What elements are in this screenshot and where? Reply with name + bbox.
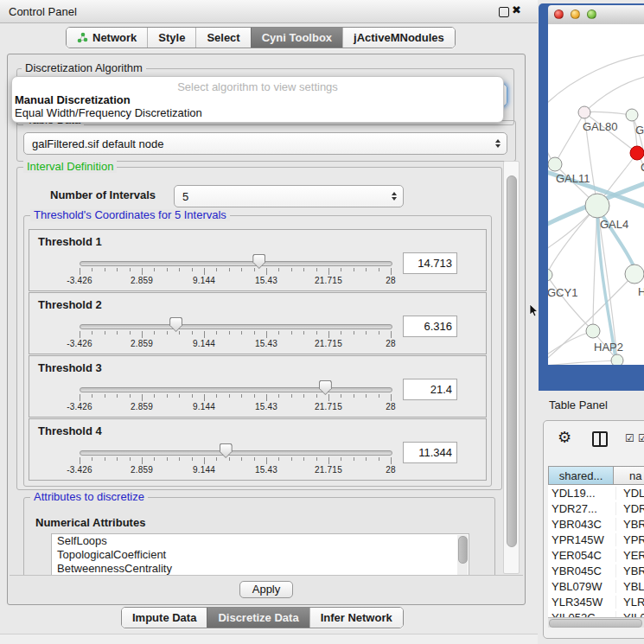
float-panel-icon[interactable]: [499, 7, 509, 17]
tab-impute-data[interactable]: Impute Data: [122, 608, 207, 628]
network-node[interactable]: [611, 354, 623, 365]
tick-mark: [92, 268, 92, 271]
network-node[interactable]: [630, 146, 644, 160]
tab-discretize-data[interactable]: Discretize Data: [207, 608, 309, 628]
slider-thumb[interactable]: [220, 443, 233, 458]
algorithm-option-manual-discretization[interactable]: Manual Discretization: [12, 93, 503, 106]
threshold-label: Threshold 1: [38, 235, 102, 248]
tick-mark: [216, 331, 217, 335]
network-canvas[interactable]: GAL80GACGAL11GAL4GCY1HHAP2: [548, 24, 644, 365]
tab-style[interactable]: Style: [147, 28, 195, 48]
cell-shared-name: YLR345W: [548, 596, 615, 609]
num-intervals-combobox[interactable]: 5: [174, 185, 404, 207]
network-node[interactable]: [625, 265, 644, 284]
table-row[interactable]: YDR27...YDR2: [548, 501, 644, 516]
threshold-value-input[interactable]: [403, 379, 457, 400]
threshold-label: Threshold 4: [38, 424, 102, 437]
top-tab-bar: NetworkStyleSelectCyni ToolboxjActiveMNo…: [66, 27, 456, 48]
column-header-shared-name[interactable]: shared...: [549, 467, 614, 484]
table-row[interactable]: YLR345WYLR3: [548, 594, 644, 609]
slider-track[interactable]: [80, 387, 392, 392]
checkbox-icon[interactable]: ☑: [638, 433, 644, 443]
tick-mark: [92, 457, 92, 461]
num-intervals-label: Number of Intervals: [50, 188, 156, 201]
tick-mark: [142, 394, 143, 401]
tab-label: jActiveMNodules: [354, 31, 444, 44]
table-panel: ⚙ ☑ ☑ shared... na YDL19...YDL1YDR27...Y…: [543, 420, 644, 639]
algorithm-option-equal-width-frequency-discretization[interactable]: Equal Width/Frequency Discretization: [12, 106, 503, 119]
table-row[interactable]: YBL079WYBL0: [548, 578, 644, 594]
tab-jactivemnodules[interactable]: jActiveMNodules: [342, 28, 455, 48]
network-window-frame[interactable]: GAL80GACGAL11GAL4GCY1HHAP2: [539, 3, 644, 391]
tab-network[interactable]: Network: [67, 28, 147, 48]
network-node[interactable]: [578, 106, 590, 118]
network-node[interactable]: [548, 157, 562, 171]
settings-vertical-scrollbar[interactable]: [503, 161, 520, 574]
cell-shared-name: YIL052C: [548, 611, 615, 618]
slider-track[interactable]: [80, 450, 392, 456]
minimize-window-icon[interactable]: [571, 10, 580, 19]
tick-mark: [167, 394, 168, 398]
tab-label: Impute Data: [132, 611, 196, 624]
threshold-value-input[interactable]: [403, 442, 457, 463]
slider-thumb[interactable]: [319, 380, 332, 395]
scrollbar-thumb[interactable]: [549, 619, 642, 628]
tick-mark: [266, 331, 267, 338]
tab-cyni-toolbox[interactable]: Cyni Toolbox: [251, 28, 342, 48]
close-icon[interactable]: ✖: [512, 3, 521, 16]
tick-mark: [179, 457, 180, 461]
slider-track[interactable]: [80, 324, 392, 329]
network-node-label: GAL4: [600, 218, 628, 231]
tick-mark: [80, 331, 80, 338]
tick-mark: [341, 331, 341, 335]
numerical-attributes-list[interactable]: SelfLoopsTopologicalCoefficientBetweenne…: [51, 533, 469, 575]
apply-button[interactable]: Apply: [239, 581, 294, 598]
attributes-scrollbar[interactable]: [457, 535, 468, 575]
table-body: YDL19...YDL1YDR27...YDR2YBR043CYBR0YPR14…: [548, 485, 644, 617]
table-row[interactable]: YBR045CYBR0: [548, 563, 644, 578]
network-window-titlebar[interactable]: [548, 5, 644, 25]
attribute-item-selfloops[interactable]: SelfLoops: [52, 534, 469, 548]
table-row[interactable]: YDL19...YDL1: [548, 485, 644, 501]
tick-label: 21.715: [315, 402, 342, 411]
right-pane: GAL80GACGAL11GAL4GCY1HHAP2 Table Panel ⚙…: [538, 0, 644, 644]
tab-infer-network[interactable]: Infer Network: [309, 608, 403, 628]
table-row[interactable]: YIL052CYIL0: [548, 609, 644, 617]
split-columns-icon[interactable]: [592, 431, 608, 447]
gear-icon[interactable]: ⚙: [558, 430, 571, 445]
tick-mark: [266, 268, 267, 275]
network-node[interactable]: [586, 324, 600, 338]
tick-mark: [154, 394, 155, 398]
table-horizontal-scrollbar[interactable]: [548, 617, 644, 628]
tick-mark: [341, 268, 341, 271]
table-row[interactable]: YPR145WYPR1: [548, 532, 644, 547]
network-node[interactable]: [626, 109, 638, 121]
tab-label: Network: [92, 31, 137, 44]
zoom-window-icon[interactable]: [587, 10, 596, 19]
table-row[interactable]: YER054CYER0: [548, 547, 644, 563]
tick-mark: [130, 394, 131, 398]
attribute-item-betweennesscentrality[interactable]: BetweennessCentrality: [52, 562, 469, 575]
tick-mark: [278, 394, 279, 398]
network-node[interactable]: [585, 194, 609, 218]
tick-mark: [278, 268, 279, 271]
tick-label: 9.144: [193, 402, 215, 411]
slider-thumb[interactable]: [252, 254, 265, 269]
column-header-name[interactable]: na: [614, 467, 644, 484]
threshold-value-input[interactable]: [403, 316, 457, 337]
tick-mark: [229, 457, 230, 461]
slider-track[interactable]: [80, 261, 392, 266]
tab-select[interactable]: Select: [195, 28, 250, 48]
table-data-combobox[interactable]: galFiltered.sif default node: [23, 132, 507, 155]
table-row[interactable]: YBR043CYBR0: [548, 516, 644, 532]
close-window-icon[interactable]: [554, 10, 564, 19]
threshold-value-input[interactable]: [403, 252, 457, 274]
checkbox-icon[interactable]: ☑: [625, 433, 634, 443]
tick-mark: [266, 394, 267, 401]
scrollbar-thumb[interactable]: [507, 175, 517, 547]
network-node[interactable]: [548, 269, 552, 281]
attribute-item-topologicalcoefficient[interactable]: TopologicalCoefficient: [52, 548, 469, 562]
tick-label: -3.426: [67, 276, 92, 285]
settings-scroll-area: Interval Definition Number of Intervals …: [10, 160, 523, 575]
slider-thumb[interactable]: [169, 317, 182, 332]
